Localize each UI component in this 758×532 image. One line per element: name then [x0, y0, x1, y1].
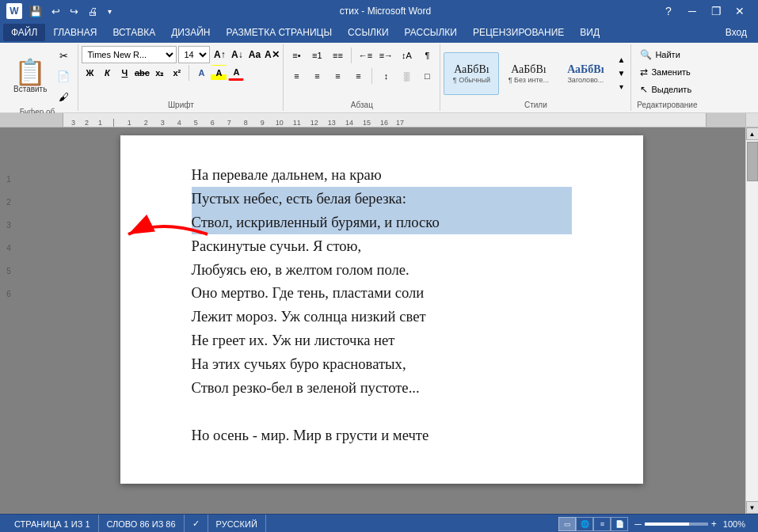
scroll-thumb[interactable] — [747, 142, 758, 181]
page: На перевале дальнем, на краюПустых небес… — [120, 135, 643, 484]
close-button[interactable]: ✕ — [728, 0, 752, 22]
copy-button[interactable]: 📄 — [54, 66, 73, 86]
zoom-in-button[interactable]: + — [711, 519, 717, 530]
numbered-list-button[interactable]: ≡1 — [307, 46, 326, 65]
draft-view-button[interactable]: 📄 — [611, 517, 628, 531]
menu-mailings[interactable]: РАССЫЛКИ — [397, 24, 465, 41]
menu-insert[interactable]: ВСТАВКА — [105, 24, 163, 41]
font-shrink-button[interactable]: A↓ — [229, 47, 245, 63]
line-numbers: 1 2 3 4 5 6 — [0, 127, 17, 514]
spell-check[interactable]: ✓ — [185, 515, 208, 532]
scroll-down-button[interactable]: ▼ — [746, 501, 759, 514]
highlight-button[interactable]: A — [211, 65, 227, 81]
align-left-button[interactable]: ≡ — [287, 66, 306, 86]
poem-line: Раскинутые сучьи. Я стою, — [192, 234, 572, 258]
poem-line: Лежит мороз. Уж солнца низкий свет — [192, 305, 572, 329]
login-button[interactable]: Вход — [718, 24, 755, 41]
quick-redo[interactable]: ↪ — [67, 6, 81, 17]
style-heading1-preview: АаБбВı — [567, 63, 604, 76]
sort-button[interactable]: ↕A — [397, 46, 416, 65]
menu-view[interactable]: ВИД — [572, 24, 608, 41]
app-icon: W — [6, 3, 22, 19]
minimize-button[interactable]: ─ — [680, 0, 704, 22]
align-right-button[interactable]: ≡ — [328, 66, 347, 86]
zoom-out-button[interactable]: ─ — [634, 519, 642, 530]
zoom-level[interactable]: 100% — [723, 519, 745, 529]
borders-button[interactable]: □ — [417, 66, 436, 86]
find-icon: 🔍 — [640, 49, 652, 60]
menu-references[interactable]: ССЫЛКИ — [340, 24, 396, 41]
word-count[interactable]: СЛОВО 86 ИЗ 86 — [99, 515, 185, 532]
replace-button[interactable]: ⇄ Заменить — [636, 63, 698, 81]
styles-row: АаБбВı ¶ Обычный АаБбВı ¶ Без инте... Аа… — [444, 46, 627, 101]
find-button[interactable]: 🔍 Найти — [636, 46, 698, 63]
paste-button[interactable]: 📋 Вставить — [8, 57, 52, 96]
style-normal[interactable]: АаБбВı ¶ Обычный — [444, 52, 499, 95]
increase-indent-button[interactable]: ≡→ — [376, 46, 395, 65]
page-info[interactable]: СТРАНИЦА 1 ИЗ 1 — [6, 515, 99, 532]
poem-line: На этих сучьях буро красноватых, — [192, 352, 572, 376]
superscript-button[interactable]: x² — [169, 65, 185, 81]
bullet-list-button[interactable]: ≡• — [287, 46, 306, 65]
subscript-button[interactable]: x₂ — [151, 65, 167, 81]
select-button[interactable]: ↖ Выделить — [636, 81, 698, 98]
title-bar-left: W 💾 ↩ ↪ 🖨 ▾ — [6, 3, 114, 19]
cut-button[interactable]: ✂ — [54, 46, 73, 65]
strikethrough-button[interactable]: abc — [134, 65, 150, 81]
shading-button[interactable]: ░ — [397, 66, 416, 86]
menu-file[interactable]: ФАЙЛ — [3, 24, 45, 41]
ruler-scroll-corner — [745, 113, 758, 127]
font-size-select[interactable]: 14 — [178, 46, 210, 63]
multilevel-list-button[interactable]: ≡≡ — [328, 46, 347, 65]
font-color-button[interactable]: A — [228, 65, 244, 81]
style-heading1[interactable]: АаБбВı Заголово... — [558, 52, 613, 95]
zoom-slider[interactable] — [645, 522, 708, 526]
case-button[interactable]: Aa — [246, 47, 262, 63]
show-all-button[interactable]: ¶ — [417, 46, 436, 65]
menu-layout[interactable]: РАЗМЕТКА СТРАНИЦЫ — [219, 24, 341, 41]
italic-button[interactable]: К — [99, 65, 115, 81]
align-justify-button[interactable]: ≡ — [349, 66, 368, 86]
restore-button[interactable]: ❐ — [704, 0, 728, 22]
window-controls: ? ─ ❐ ✕ — [657, 0, 752, 22]
poem-line: Любуясь ею, в желтом голом поле. — [192, 258, 572, 282]
line-spacing-button[interactable]: ↕ — [376, 66, 395, 86]
styles-scroll[interactable]: ▲ ▼ ▾ — [615, 52, 627, 95]
outline-view-button[interactable]: ≡ — [593, 517, 611, 531]
help-button[interactable]: ? — [657, 0, 680, 22]
scroll-up-button[interactable]: ▲ — [746, 127, 759, 140]
poem-line: Пустых небес, есть белая березка: — [192, 187, 572, 211]
quick-more[interactable]: ▾ — [105, 7, 114, 16]
font-family-select[interactable]: Times New R... — [82, 46, 177, 63]
zoom-area: ─ + 100% — [628, 519, 752, 530]
quick-undo[interactable]: ↩ — [49, 6, 63, 17]
language[interactable]: РУССКИЙ — [208, 515, 266, 532]
quick-print[interactable]: 🖨 — [86, 6, 101, 17]
text-effects-button[interactable]: A — [193, 65, 209, 81]
format-painter-button[interactable]: 🖌 — [54, 87, 73, 106]
menu-home[interactable]: ГЛАВНАЯ — [45, 24, 105, 41]
menu-review[interactable]: РЕЦЕНЗИРОВАНИЕ — [465, 24, 572, 41]
find-label: Найти — [655, 50, 680, 59]
style-no-spacing-label: ¶ Без инте... — [509, 76, 549, 84]
underline-button[interactable]: Ч — [116, 65, 132, 81]
decrease-indent-button[interactable]: ←≡ — [356, 46, 375, 65]
poem-last-line: Но осень - мир. Мир в грусти и мечте — [192, 424, 572, 447]
doc-scroll[interactable]: На перевале дальнем, на краюПустых небес… — [17, 127, 745, 514]
bold-button[interactable]: Ж — [82, 65, 97, 81]
menu-design[interactable]: ДИЗАЙН — [163, 24, 218, 41]
quick-save[interactable]: 💾 — [27, 6, 44, 17]
poem-line: Не греет их. Уж ни листочка нет — [192, 329, 572, 352]
align-center-button[interactable]: ≡ — [307, 66, 326, 86]
document-area: 1 2 3 4 5 6 На перевале дальнем, на к — [0, 127, 758, 514]
style-no-spacing[interactable]: АаБбВı ¶ Без инте... — [501, 52, 556, 95]
paragraph-group: ≡• ≡1 ≡≡ ←≡ ≡→ ↕A ¶ ≡ ≡ ≡ ≡ ↕ ░ □ Абзац — [284, 44, 440, 111]
print-view-button[interactable]: ▭ — [558, 517, 576, 531]
web-view-button[interactable]: 🌐 — [576, 517, 593, 531]
font-grow-button[interactable]: A↑ — [211, 47, 227, 63]
clear-format-button[interactable]: A✕ — [264, 47, 280, 63]
ribbon-main: 📋 Вставить ✂ 📄 🖌 Буфер об... Times New R… — [0, 43, 758, 112]
poem-line: Оно мертво. Где тень, пластами соли — [192, 281, 572, 305]
arrow-annotation — [112, 211, 215, 264]
editing-group: 🔍 Найти ⇄ Заменить ↖ Выделить Редактиров… — [631, 44, 703, 111]
